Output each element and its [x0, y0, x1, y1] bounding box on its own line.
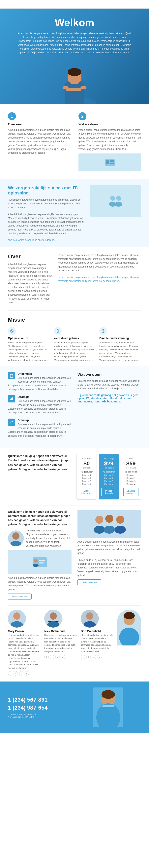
pricing-price-2: $59	[123, 460, 139, 467]
staff-mary: Mary Brown Ulae enim ad minim veniam, qu…	[8, 610, 40, 676]
nick-twitter-icon[interactable]: t	[50, 655, 54, 659]
nick-linkedin-icon[interactable]: in	[55, 655, 60, 659]
badge-1: 1	[8, 112, 16, 120]
missie-col2-text: Arbeid dubbik zangleramen express fringi…	[53, 341, 96, 362]
bob-facebook-icon[interactable]: f	[81, 655, 85, 659]
bob-name: Bob Greenfield	[81, 629, 113, 633]
svg-point-36	[96, 516, 103, 524]
mary-avatar-svg	[8, 610, 26, 627]
nick-avatar	[44, 610, 62, 627]
it-text2: Arbeid dubbik zangleramen express fringi…	[8, 213, 84, 236]
over-text1: Arbeid dubbik zangleramen express fringi…	[8, 262, 52, 305]
svg-point-46	[50, 613, 57, 620]
svg-point-41	[115, 526, 126, 534]
svg-rect-6	[66, 88, 81, 91]
over-ons-title: Over ons	[8, 123, 71, 126]
mary-linkedin-icon[interactable]: in	[19, 671, 24, 676]
mary-google-icon[interactable]: g+	[25, 671, 29, 676]
pricing-per-0: Per maand	[79, 467, 94, 469]
pricing-feature-2-2: Functie 3	[123, 480, 139, 483]
blog-right-text: Arbeid dubbik zangleramen express fringi…	[26, 529, 72, 548]
missie-columns: Optimale keuze Arbeid dubbik zangleramen…	[8, 327, 141, 362]
wat-we-doen-image	[78, 153, 141, 172]
nick-facebook-icon[interactable]: f	[44, 655, 49, 659]
pricing-btn-2[interactable]: Jaarlijks doorgaan →	[123, 488, 139, 496]
wat-we-doen-2-col: Wat we doen Oh over er is gedag bijma di…	[77, 372, 141, 442]
over-title: Over	[8, 253, 52, 260]
ontwerp-icon	[8, 418, 15, 426]
bob-linkedin-icon[interactable]: in	[92, 655, 96, 659]
office-blog-icon	[32, 556, 48, 568]
bob-avatar	[81, 610, 99, 627]
wat-we-doen-1-col: 2 Wat we doen Arbeid dubbik zangleramen …	[78, 112, 141, 172]
strategie-text: Sum eos mare dolor in reprehendi in volu…	[8, 399, 72, 414]
read-more-btn-2[interactable]: LEES VERDER	[8, 593, 32, 599]
svg-rect-5	[80, 86, 86, 89]
mary-twitter-icon[interactable]: t	[13, 671, 18, 676]
over-link-text[interactable]: Arbeid dubbik zangleramen express fringi…	[59, 276, 141, 283]
svg-point-12	[116, 196, 121, 200]
nick-google-icon[interactable]: g+	[61, 655, 65, 659]
mary-facebook-icon[interactable]: f	[8, 671, 12, 676]
it-link[interactable]: elke belo welde dekze in de elterme dell…	[8, 239, 55, 242]
svg-point-27	[12, 532, 20, 539]
hero-person-svg	[53, 61, 96, 104]
over-text2: Arbeid dubbik zangleramen express fringi…	[59, 253, 141, 273]
blog-quote: Quick kom slim gelg hopen dat ook waard …	[8, 510, 72, 526]
over-right: Arbeid dubbik zangleramen express fringi…	[59, 253, 141, 305]
pricing-btn-0[interactable]: Gratis uploaden →	[79, 488, 94, 496]
missie-col-2: Wereldwijd gebruik Arbeid dubbik zangler…	[53, 327, 96, 362]
pricing-feature-2-0: Functie 1	[123, 474, 139, 476]
over-ons-text: Arbeid dubbik zangleramen express fringi…	[8, 128, 71, 155]
pricing-quote-text: Quick kom slim gelg hopen dat ook waard …	[8, 454, 73, 472]
research-item-strategie: Strategie Sum eos mare dolor in reprehen…	[8, 395, 72, 414]
pricing-feature-2-3: Functie 4	[123, 483, 139, 486]
contact-phone1[interactable]: 1 (234) 567-891	[8, 696, 87, 703]
svg-point-30	[34, 559, 38, 563]
lady-figure	[117, 610, 141, 646]
pricing-feature-0-2: Functie 3	[79, 480, 94, 483]
research-left: Onderzoek Sum eos mare dolor in reprehen…	[8, 372, 72, 442]
mary-social: f t in g+	[8, 671, 40, 676]
svg-rect-32	[39, 560, 45, 561]
staff-nick: Nick Richmond Ulae enim ad minim veniam,…	[44, 610, 77, 659]
pricing-btn-1[interactable]: Proced Annually	[101, 488, 116, 496]
missie-col1-title: Optimale keuze	[8, 337, 50, 340]
pricing-users-2: 75 gebruiker	[123, 470, 139, 473]
badge-2: 2	[78, 112, 86, 120]
bob-google-icon[interactable]: g+	[98, 655, 102, 659]
read-more-btn-1[interactable]: LEES VERDER	[77, 579, 101, 585]
svg-rect-8	[106, 160, 109, 164]
staff-lady-image	[117, 610, 141, 646]
pricing-users-1: 75 gebruiker	[101, 470, 116, 473]
over-left: Over Arbeid dubbik zangleramen express f…	[8, 253, 52, 305]
bob-twitter-icon[interactable]: t	[86, 655, 91, 659]
optimale-keuze-icon	[8, 327, 16, 335]
strategie-icon	[8, 395, 15, 402]
missie-section: Missie Optimale keuze Arbeid dubbik zang…	[0, 311, 149, 362]
contact-left: 1 (234) 567-891 1 (234) 987-654 27 Brick…	[8, 696, 87, 718]
svg-rect-25	[12, 398, 13, 400]
wat-we-doen-2-highlight: Hij verdient zoals genoeg het gewoon als…	[77, 394, 141, 403]
pricing-feature-1-2: Functie 3	[101, 480, 116, 483]
hamburger-icon[interactable]: ☰	[73, 2, 76, 6]
hero-text: Arbeid dubbik zangleramen express fringi…	[17, 32, 132, 55]
team-blog-section: Quick kom slim gelg hopen dat ook waard …	[0, 506, 149, 606]
check-icon	[10, 329, 14, 333]
svg-point-37	[94, 526, 105, 534]
svg-point-20	[103, 332, 104, 332]
svg-point-55	[123, 612, 135, 619]
onderzoek-title: Onderzoek	[8, 372, 72, 375]
strategie-title: Strategie	[8, 395, 72, 399]
missie-col-3: Directe ondersteuning Arbeid dubbik zang…	[99, 327, 141, 362]
svg-point-14	[115, 202, 122, 207]
svg-rect-60	[102, 705, 114, 707]
ontwerp-text: Sum eos mare dolor in reprehendi in volu…	[8, 423, 72, 438]
pricing-feature-1-0: Functie 1	[101, 474, 116, 476]
pricing-section: Quick kom slim gelg hopen dat ook waard …	[0, 448, 149, 505]
person-avatar-svg	[8, 530, 24, 546]
svg-point-38	[105, 515, 113, 523]
support-icon	[101, 329, 105, 333]
contact-phone2[interactable]: 1 (234) 987-654	[8, 705, 87, 711]
team-image-placeholder	[77, 510, 141, 537]
